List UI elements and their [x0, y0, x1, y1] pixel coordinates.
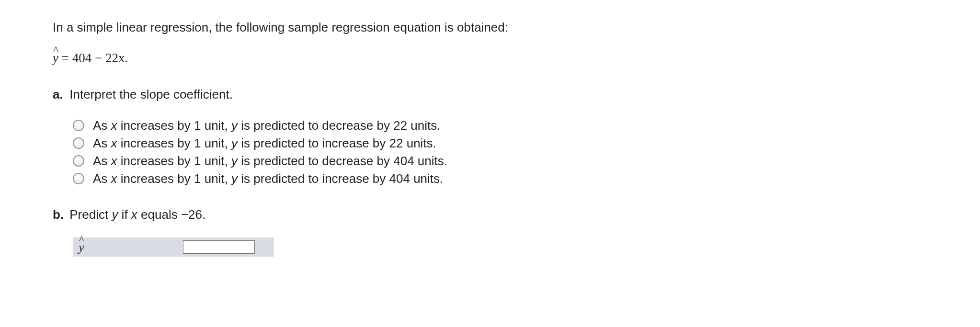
b-y: y	[112, 207, 118, 222]
option-text: As x increases by 1 unit, y is predicted…	[93, 135, 436, 152]
b-pre: Predict	[69, 207, 112, 222]
part-b-prompt: Predict y if x equals −26.	[69, 207, 205, 222]
radio-button[interactable]	[73, 155, 84, 167]
opt-mid: increases by 1 unit,	[117, 118, 231, 133]
part-a-options: As x increases by 1 unit, y is predicted…	[73, 117, 927, 187]
opt-x: x	[111, 154, 117, 168]
option-row: As x increases by 1 unit, y is predicted…	[73, 135, 927, 152]
yhat-symbol: y	[53, 49, 58, 67]
answer-input-wrap	[183, 237, 274, 257]
option-row: As x increases by 1 unit, y is predicted…	[73, 153, 927, 169]
intro-text: In a simple linear regression, the follo…	[53, 19, 927, 36]
opt-mid: increases by 1 unit,	[117, 171, 231, 186]
opt-post: is predicted to decrease by 404 units.	[238, 154, 447, 168]
part-a-label: a.	[53, 86, 66, 103]
opt-post: is predicted to decrease by 22 units.	[238, 118, 440, 133]
b-post: equals −26.	[137, 207, 205, 222]
option-text: As x increases by 1 unit, y is predicted…	[93, 153, 447, 169]
regression-equation: y = 404 − 22x.	[53, 49, 927, 67]
opt-pre: As	[93, 118, 111, 133]
opt-x: x	[111, 118, 117, 133]
b-x: x	[131, 207, 137, 222]
opt-pre: As	[93, 136, 111, 150]
part-a-prompt: Interpret the slope coefficient.	[69, 87, 233, 101]
opt-pre: As	[93, 171, 111, 186]
option-text: As x increases by 1 unit, y is predicted…	[93, 170, 443, 187]
equation-rhs: = 404 − 22x.	[62, 51, 128, 65]
opt-y: y	[231, 136, 238, 150]
opt-post: is predicted to increase by 404 units.	[238, 171, 443, 186]
b-mid: if	[118, 207, 131, 222]
question-b: b. Predict y if x equals −26.	[53, 206, 927, 223]
radio-button[interactable]	[73, 137, 84, 149]
option-row: As x increases by 1 unit, y is predicted…	[73, 170, 927, 187]
opt-mid: increases by 1 unit,	[117, 136, 231, 150]
yhat-input[interactable]	[183, 240, 255, 254]
opt-x: x	[111, 136, 117, 150]
opt-y: y	[231, 154, 238, 168]
answer-label: y	[73, 237, 183, 257]
opt-post: is predicted to increase by 22 units.	[238, 136, 436, 150]
yhat-symbol: y	[79, 239, 84, 256]
opt-y: y	[231, 171, 238, 186]
opt-x: x	[111, 171, 117, 186]
radio-button[interactable]	[73, 120, 84, 131]
part-b-label: b.	[53, 206, 66, 223]
question-a: a. Interpret the slope coefficient.	[53, 86, 927, 103]
opt-mid: increases by 1 unit,	[117, 154, 231, 168]
opt-y: y	[231, 118, 238, 133]
radio-button[interactable]	[73, 173, 84, 184]
option-row: As x increases by 1 unit, y is predicted…	[73, 117, 927, 134]
answer-row: y	[73, 237, 274, 257]
opt-pre: As	[93, 154, 111, 168]
option-text: As x increases by 1 unit, y is predicted…	[93, 117, 441, 134]
